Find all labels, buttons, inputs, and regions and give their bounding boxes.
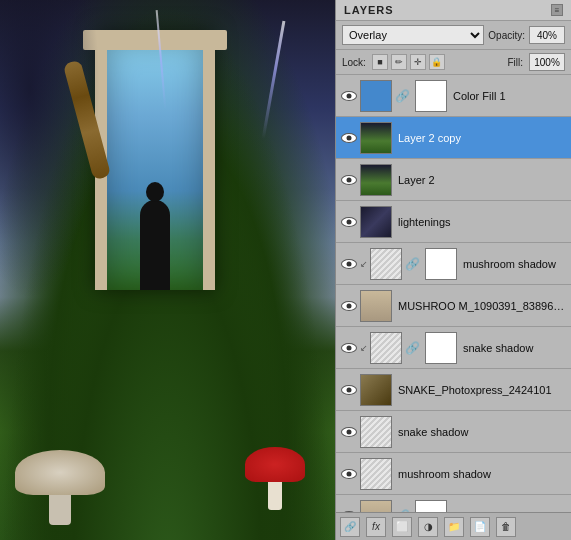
warp-icon: ↙ (360, 343, 368, 353)
eye-icon (341, 469, 357, 479)
layer-info: lightenings (394, 216, 567, 228)
thumb-mushroom2 (361, 501, 391, 513)
thumb-mushroom-shadow (371, 249, 401, 279)
eye-icon (341, 385, 357, 395)
panel-collapse-btn[interactable]: ≡ (551, 4, 563, 16)
layer-thumb (370, 332, 402, 364)
layer-visibility-toggle[interactable] (340, 129, 358, 147)
portal-door (95, 30, 215, 290)
layer-name: Color Fill 1 (453, 90, 567, 102)
layer-visibility-toggle[interactable] (340, 465, 358, 483)
mushroom-large (15, 450, 105, 525)
panel-header: LAYERS ≡ (336, 0, 571, 21)
layer-thumb (360, 206, 392, 238)
warp-icon: ↙ (360, 259, 368, 269)
layer-info: SNAKE_Photoxpress_2424101 (394, 384, 567, 396)
layer-item[interactable]: SNAKE_Photoxpress_2424101 (336, 369, 571, 411)
layer-thumb (360, 458, 392, 490)
layer-visibility-toggle[interactable] (340, 339, 358, 357)
link-layers-btn[interactable]: 🔗 (340, 517, 360, 537)
eye-icon (341, 175, 357, 185)
lock-icons: ■ ✏ ✛ 🔒 (372, 54, 445, 70)
layer-info: MUSHROO M_1090391_83896767 (394, 300, 567, 312)
lock-image-btn[interactable]: ✏ (391, 54, 407, 70)
layer-mask-thumb (425, 332, 457, 364)
layer-item[interactable]: Layer 2 (336, 159, 571, 201)
lock-position-btn[interactable]: ✛ (410, 54, 426, 70)
layer-visibility-toggle[interactable] (340, 297, 358, 315)
layer-info: mushroom shadow (394, 468, 567, 480)
layer-item[interactable]: snake shadow (336, 411, 571, 453)
fill-input[interactable] (529, 53, 565, 71)
lock-all-btn[interactable]: 🔒 (429, 54, 445, 70)
layer-item[interactable]: 🔗 Color Fill 1 (336, 75, 571, 117)
layers-panel: LAYERS ≡ Overlay Opacity: Lock: ■ ✏ ✛ 🔒 … (335, 0, 571, 540)
layer-item[interactable]: mushroom shadow (336, 453, 571, 495)
mushroom-red (245, 447, 305, 510)
thumb-layer2 (361, 165, 391, 195)
layer-thumb (360, 290, 392, 322)
layer-item[interactable]: 🔗 MUSHROOM_1089356_... (336, 495, 571, 512)
delete-layer-btn[interactable]: 🗑 (496, 517, 516, 537)
group-btn[interactable]: 📁 (444, 517, 464, 537)
new-layer-btn[interactable]: 📄 (470, 517, 490, 537)
layer-mask-thumb (415, 80, 447, 112)
layers-list[interactable]: 🔗 Color Fill 1 Layer 2 copy (336, 75, 571, 512)
blend-row: Overlay Opacity: (336, 21, 571, 50)
layer-item[interactable]: ↙ 🔗 mushroom shadow (336, 243, 571, 285)
layer-mask-thumb (425, 248, 457, 280)
adjustment-btn[interactable]: ◑ (418, 517, 438, 537)
layer-item[interactable]: Layer 2 copy (336, 117, 571, 159)
chain-icon: 🔗 (394, 89, 411, 103)
layer-visibility-toggle[interactable] (340, 423, 358, 441)
eye-icon (341, 217, 357, 227)
layer-visibility-toggle[interactable] (340, 255, 358, 273)
eye-icon (341, 427, 357, 437)
layer-thumb (370, 248, 402, 280)
panel-title: LAYERS (344, 4, 394, 16)
fill-label: Fill: (507, 57, 523, 68)
lock-transparent-btn[interactable]: ■ (372, 54, 388, 70)
layer-visibility-toggle[interactable] (340, 381, 358, 399)
layer-thumb (360, 416, 392, 448)
layer-mask-thumb (415, 500, 447, 513)
layer-name: snake shadow (463, 342, 567, 354)
chain-icon: 🔗 (404, 257, 421, 271)
layer-info: Layer 2 copy (394, 132, 567, 144)
layer-info: Color Fill 1 (449, 90, 567, 102)
layer-thumb (360, 122, 392, 154)
thumb-layer2copy (361, 123, 391, 153)
thumb-mushroom (361, 291, 391, 321)
layer-thumb (360, 164, 392, 196)
layers-toolbar: 🔗 fx ⬜ ◑ 📁 📄 🗑 (336, 512, 571, 540)
thumb-color-fill (361, 81, 391, 111)
layer-visibility-toggle[interactable] (340, 171, 358, 189)
layer-info: mushroom shadow (459, 258, 567, 270)
layer-info: Layer 2 (394, 174, 567, 186)
opacity-input[interactable] (529, 26, 565, 44)
layer-item[interactable]: ↙ 🔗 snake shadow (336, 327, 571, 369)
fx-btn[interactable]: fx (366, 517, 386, 537)
thumb-snake (361, 375, 391, 405)
lock-row: Lock: ■ ✏ ✛ 🔒 Fill: (336, 50, 571, 75)
layer-name: lightenings (398, 216, 567, 228)
blend-mode-select[interactable]: Overlay (342, 25, 484, 45)
mask-btn[interactable]: ⬜ (392, 517, 412, 537)
layer-thumb (360, 80, 392, 112)
eye-icon (341, 259, 357, 269)
layer-item[interactable]: lightenings (336, 201, 571, 243)
thumb-snake-shadow2 (361, 417, 391, 447)
layer-item[interactable]: MUSHROO M_1090391_83896767 (336, 285, 571, 327)
layer-name: Layer 2 copy (398, 132, 567, 144)
thumb-lightenings (361, 207, 391, 237)
eye-icon (341, 343, 357, 353)
layer-name: mushroom shadow (463, 258, 567, 270)
lock-label: Lock: (342, 57, 366, 68)
layer-visibility-toggle[interactable] (340, 87, 358, 105)
layer-visibility-toggle[interactable] (340, 213, 358, 231)
canvas-area (0, 0, 335, 540)
layer-info: snake shadow (394, 426, 567, 438)
layer-name: SNAKE_Photoxpress_2424101 (398, 384, 567, 396)
person-silhouette (140, 200, 170, 290)
layer-name: MUSHROO M_1090391_83896767 (398, 300, 567, 312)
